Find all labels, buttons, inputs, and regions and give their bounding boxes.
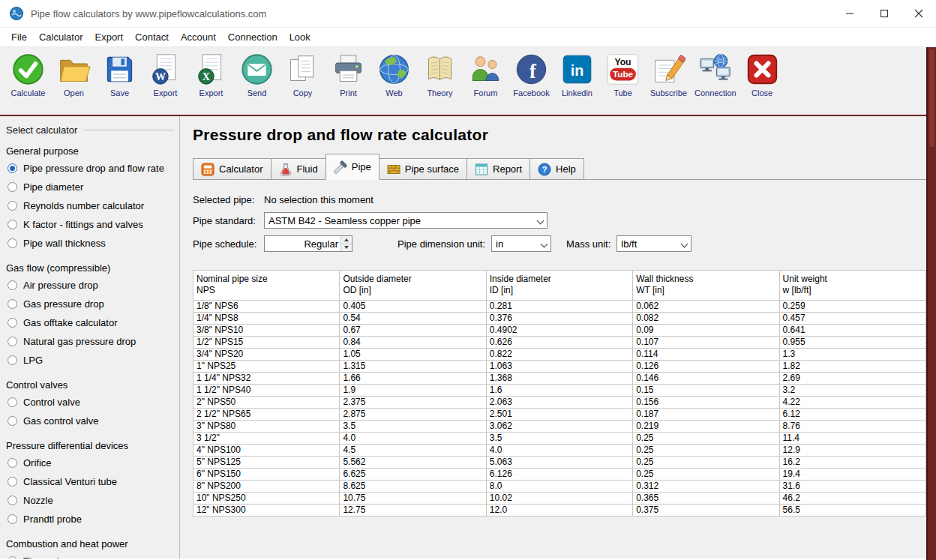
cell-wt[interactable]: 0.15	[633, 385, 779, 397]
cell-nps[interactable]: 1/4" NPS8	[194, 313, 340, 325]
calculator-option-control-valve[interactable]: Control valve	[6, 393, 174, 412]
cell-nps[interactable]: 3/4" NPS20	[194, 349, 340, 361]
cell-wt[interactable]: 0.187	[633, 409, 779, 421]
table-row[interactable]: 3 1/2"4.03.50.2511.4	[194, 433, 926, 445]
cell-wt[interactable]: 0.25	[633, 457, 779, 469]
cell-weight[interactable]: 0.457	[779, 313, 926, 325]
mass-unit-select[interactable]: lb/ft	[616, 235, 692, 252]
cell-od[interactable]: 1.05	[340, 349, 486, 361]
toolbar-button-linkedin[interactable]: inLinkedin	[554, 52, 600, 97]
cell-id[interactable]: 6.126	[486, 469, 632, 481]
table-row[interactable]: 1 1/4" NPS321.661.3680.1462.69	[194, 373, 926, 385]
toolbar-button-open-folder[interactable]: Open	[51, 52, 97, 97]
menu-item-calculator[interactable]: Calculator	[34, 29, 88, 45]
calculator-option-gas-offtake-calculator[interactable]: Gas offtake calculator	[6, 313, 174, 332]
calculator-option-prandtl-probe[interactable]: Prandtl probe	[6, 510, 174, 529]
toolbar-button-calculate[interactable]: Calculate	[5, 52, 51, 97]
table-row[interactable]: 12" NPS30012.7512.00.37556.5	[194, 505, 926, 517]
column-header-weight[interactable]: Unit weightw [lb/ft]	[779, 271, 926, 301]
cell-wt[interactable]: 0.062	[633, 301, 779, 313]
tab-report[interactable]: Report	[467, 158, 530, 180]
spin-down-button[interactable]	[341, 244, 352, 252]
cell-od[interactable]: 2.875	[340, 409, 486, 421]
cell-weight[interactable]: 1.82	[779, 361, 926, 373]
calculator-option-classical-venturi-tube[interactable]: Classical Venturi tube	[6, 472, 174, 491]
cell-nps[interactable]: 3" NPS80	[194, 421, 340, 433]
table-row[interactable]: 1/4" NPS80.540.3760.0820.457	[194, 313, 926, 325]
cell-weight[interactable]: 4.22	[779, 397, 926, 409]
calculator-option-air-pressure-drop[interactable]: Air pressure drop	[6, 276, 174, 295]
cell-od[interactable]: 0.84	[340, 337, 486, 349]
cell-wt[interactable]: 0.107	[633, 337, 779, 349]
cell-od[interactable]: 4.5	[340, 445, 486, 457]
cell-wt[interactable]: 0.312	[633, 481, 779, 493]
column-header-wt[interactable]: Wall thicknessWT [in]	[633, 271, 779, 301]
table-row[interactable]: 1" NPS251.3151.0630.1261.82	[194, 361, 926, 373]
cell-wt[interactable]: 0.146	[633, 373, 779, 385]
table-row[interactable]: 2" NPS502.3752.0630.1564.22	[194, 397, 926, 409]
cell-nps[interactable]: 1/2" NPS15	[194, 337, 340, 349]
cell-nps[interactable]: 1 1/4" NPS32	[194, 373, 340, 385]
cell-wt[interactable]: 0.082	[633, 313, 779, 325]
cell-nps[interactable]: 2 1/2" NPS65	[194, 409, 340, 421]
cell-id[interactable]: 0.4902	[486, 325, 632, 337]
cell-nps[interactable]: 6" NPS150	[194, 469, 340, 481]
menu-item-file[interactable]: File	[7, 29, 32, 45]
calculator-option-thermal-energy[interactable]: Thermal energy	[6, 552, 174, 559]
cell-od[interactable]: 12.75	[340, 505, 486, 517]
cell-weight[interactable]: 19.4	[779, 469, 926, 481]
cell-nps[interactable]: 1 1/2" NPS40	[194, 385, 340, 397]
spin-up-button[interactable]	[341, 236, 352, 244]
table-row[interactable]: 10" NPS25010.7510.020.36546.2	[194, 493, 926, 505]
cell-id[interactable]: 4.0	[486, 445, 632, 457]
cell-weight[interactable]: 1.3	[779, 349, 926, 361]
toolbar-button-connection-network[interactable]: Connection	[692, 52, 740, 97]
cell-id[interactable]: 0.822	[486, 349, 632, 361]
table-row[interactable]: 6" NPS1506.6256.1260.2519.4	[194, 469, 926, 481]
cell-weight[interactable]: 12.9	[779, 445, 926, 457]
calculator-option-orifice[interactable]: Orifice	[6, 454, 174, 472]
cell-weight[interactable]: 56.5	[779, 505, 926, 517]
cell-nps[interactable]: 3 1/2"	[194, 433, 340, 445]
cell-id[interactable]: 0.626	[486, 337, 632, 349]
cell-od[interactable]: 2.375	[340, 397, 486, 409]
menu-item-export[interactable]: Export	[90, 29, 128, 45]
cell-wt[interactable]: 0.126	[633, 361, 779, 373]
cell-weight[interactable]: 0.259	[779, 301, 926, 313]
table-row[interactable]: 1/8" NPS60.4050.2810.0620.259	[194, 301, 926, 313]
tab-fluid[interactable]: Fluid	[272, 158, 326, 180]
table-row[interactable]: 3/4" NPS201.050.8220.1141.3	[194, 349, 926, 361]
cell-wt[interactable]: 0.114	[633, 349, 779, 361]
cell-wt[interactable]: 0.25	[633, 469, 779, 481]
calculator-option-pipe-wall-thickness[interactable]: Pipe wall thickness	[6, 234, 174, 253]
calculator-option-k-factor-fittings-and-valves[interactable]: K factor - fittings and valves	[6, 215, 174, 234]
tab-calculator[interactable]: Calculator	[193, 158, 272, 180]
toolbar-button-theory-book[interactable]: Theory	[417, 52, 463, 97]
toolbar-button-copy[interactable]: Copy	[280, 52, 326, 97]
cell-id[interactable]: 12.0	[486, 505, 632, 517]
column-header-od[interactable]: Outside diameterOD [in]	[340, 271, 486, 301]
cell-weight[interactable]: 31.6	[779, 481, 926, 493]
cell-wt[interactable]: 0.156	[633, 397, 779, 409]
toolbar-button-export-excel[interactable]: XExport	[188, 52, 234, 97]
cell-od[interactable]: 0.54	[340, 313, 486, 325]
table-row[interactable]: 3/8" NPS100.670.49020.090.641	[194, 325, 926, 337]
cell-wt[interactable]: 0.375	[633, 505, 779, 517]
menu-item-connection[interactable]: Connection	[224, 29, 282, 45]
table-row[interactable]: 2 1/2" NPS652.8752.5010.1876.12	[194, 409, 926, 421]
menu-item-contact[interactable]: Contact	[130, 29, 173, 45]
cell-nps[interactable]: 10" NPS250	[194, 493, 340, 505]
cell-weight[interactable]: 16.2	[779, 457, 926, 469]
table-row[interactable]: 1 1/2" NPS401.91.60.153.2	[194, 385, 926, 397]
table-row[interactable]: 8" NPS2008.6258.00.31231.6	[194, 481, 926, 493]
cell-nps[interactable]: 5" NPS125	[194, 457, 340, 469]
cell-id[interactable]: 0.376	[486, 313, 632, 325]
tab-help[interactable]: ?Help	[530, 158, 584, 180]
table-row[interactable]: 1/2" NPS150.840.6260.1070.955	[194, 337, 926, 349]
cell-wt[interactable]: 0.09	[633, 325, 779, 337]
toolbar-button-subscribe-pencil[interactable]: Subscribe	[646, 52, 692, 97]
table-row[interactable]: 4" NPS1004.54.00.2512.9	[194, 445, 926, 457]
calculator-option-gas-control-valve[interactable]: Gas control valve	[6, 412, 174, 430]
toolbar-button-save[interactable]: Save	[97, 52, 142, 97]
scrollbar-thumb[interactable]	[929, 49, 934, 147]
